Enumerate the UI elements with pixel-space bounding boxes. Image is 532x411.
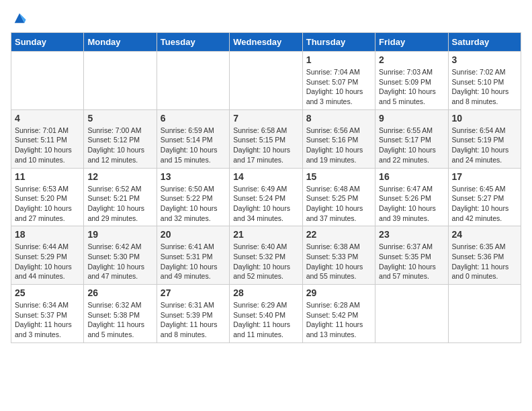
day-info: Sunrise: 6:37 AMSunset: 5:35 PMDaylight:… bbox=[379, 242, 444, 281]
calendar-cell: 28Sunrise: 6:29 AMSunset: 5:40 PMDayligh… bbox=[230, 285, 302, 343]
col-wednesday: Wednesday bbox=[230, 33, 302, 52]
day-number: 27 bbox=[161, 287, 226, 298]
calendar-cell: 14Sunrise: 6:49 AMSunset: 5:24 PMDayligh… bbox=[230, 168, 302, 226]
day-number: 29 bbox=[306, 287, 371, 298]
day-number: 5 bbox=[87, 113, 152, 124]
calendar-cell: 5Sunrise: 7:00 AMSunset: 5:12 PMDaylight… bbox=[84, 109, 157, 168]
day-info: Sunrise: 6:52 AMSunset: 5:21 PMDaylight:… bbox=[87, 184, 152, 224]
calendar-cell: 4Sunrise: 7:01 AMSunset: 5:11 PMDaylight… bbox=[11, 109, 84, 168]
day-number: 2 bbox=[379, 54, 444, 65]
day-number: 14 bbox=[233, 171, 298, 182]
day-number: 28 bbox=[233, 287, 298, 298]
calendar-cell: 11Sunrise: 6:53 AMSunset: 5:20 PMDayligh… bbox=[11, 168, 84, 226]
day-number: 3 bbox=[452, 54, 517, 65]
day-number: 7 bbox=[233, 113, 298, 124]
day-info: Sunrise: 6:48 AMSunset: 5:25 PMDaylight:… bbox=[306, 184, 371, 224]
day-info: Sunrise: 6:54 AMSunset: 5:19 PMDaylight:… bbox=[452, 126, 517, 165]
calendar-cell bbox=[230, 52, 302, 110]
day-number: 17 bbox=[452, 171, 517, 182]
calendar-cell bbox=[448, 285, 521, 343]
col-monday: Monday bbox=[84, 33, 157, 52]
calendar-cell: 22Sunrise: 6:38 AMSunset: 5:33 PMDayligh… bbox=[302, 226, 375, 285]
day-info: Sunrise: 6:44 AMSunset: 5:29 PMDaylight:… bbox=[15, 242, 80, 281]
day-info: Sunrise: 6:42 AMSunset: 5:30 PMDaylight:… bbox=[87, 242, 152, 281]
calendar-cell: 2Sunrise: 7:03 AMSunset: 5:09 PMDaylight… bbox=[375, 52, 448, 110]
calendar-cell: 23Sunrise: 6:37 AMSunset: 5:35 PMDayligh… bbox=[375, 226, 448, 285]
calendar-cell: 6Sunrise: 6:59 AMSunset: 5:14 PMDaylight… bbox=[157, 109, 229, 168]
day-info: Sunrise: 6:32 AMSunset: 5:38 PMDaylight:… bbox=[87, 300, 152, 340]
calendar-cell: 3Sunrise: 7:02 AMSunset: 5:10 PMDaylight… bbox=[448, 52, 521, 110]
day-number: 25 bbox=[15, 287, 80, 298]
calendar-cell: 1Sunrise: 7:04 AMSunset: 5:07 PMDaylight… bbox=[302, 52, 375, 110]
day-info: Sunrise: 6:55 AMSunset: 5:17 PMDaylight:… bbox=[379, 126, 444, 165]
calendar-cell: 25Sunrise: 6:34 AMSunset: 5:37 PMDayligh… bbox=[11, 285, 84, 343]
day-number: 22 bbox=[306, 229, 371, 240]
day-number: 4 bbox=[15, 113, 80, 124]
day-info: Sunrise: 6:28 AMSunset: 5:42 PMDaylight:… bbox=[306, 300, 371, 340]
col-tuesday: Tuesday bbox=[157, 33, 229, 52]
day-info: Sunrise: 6:58 AMSunset: 5:15 PMDaylight:… bbox=[233, 126, 298, 165]
day-number: 20 bbox=[161, 229, 226, 240]
calendar-cell: 21Sunrise: 6:40 AMSunset: 5:32 PMDayligh… bbox=[230, 226, 302, 285]
calendar-header-row: Sunday Monday Tuesday Wednesday Thursday… bbox=[11, 33, 521, 52]
day-info: Sunrise: 6:56 AMSunset: 5:16 PMDaylight:… bbox=[306, 126, 371, 165]
day-info: Sunrise: 6:34 AMSunset: 5:37 PMDaylight:… bbox=[15, 300, 80, 340]
calendar-cell bbox=[375, 285, 448, 343]
calendar-cell: 17Sunrise: 6:45 AMSunset: 5:27 PMDayligh… bbox=[448, 168, 521, 226]
day-number: 19 bbox=[87, 229, 152, 240]
calendar-cell bbox=[84, 52, 157, 110]
day-info: Sunrise: 6:41 AMSunset: 5:31 PMDaylight:… bbox=[161, 242, 226, 281]
calendar-body: 1Sunrise: 7:04 AMSunset: 5:07 PMDaylight… bbox=[11, 52, 521, 343]
calendar-cell: 27Sunrise: 6:31 AMSunset: 5:39 PMDayligh… bbox=[157, 285, 229, 343]
day-info: Sunrise: 7:01 AMSunset: 5:11 PMDaylight:… bbox=[15, 126, 80, 165]
calendar-cell: 16Sunrise: 6:47 AMSunset: 5:26 PMDayligh… bbox=[375, 168, 448, 226]
day-info: Sunrise: 7:03 AMSunset: 5:09 PMDaylight:… bbox=[379, 67, 444, 107]
calendar-cell: 15Sunrise: 6:48 AMSunset: 5:25 PMDayligh… bbox=[302, 168, 375, 226]
calendar-cell: 26Sunrise: 6:32 AMSunset: 5:38 PMDayligh… bbox=[84, 285, 157, 343]
calendar-cell: 10Sunrise: 6:54 AMSunset: 5:19 PMDayligh… bbox=[448, 109, 521, 168]
col-thursday: Thursday bbox=[302, 33, 375, 52]
day-info: Sunrise: 6:47 AMSunset: 5:26 PMDaylight:… bbox=[379, 184, 444, 224]
day-number: 10 bbox=[452, 113, 517, 124]
day-info: Sunrise: 7:00 AMSunset: 5:12 PMDaylight:… bbox=[87, 126, 152, 165]
logo bbox=[11, 11, 27, 26]
calendar-cell: 18Sunrise: 6:44 AMSunset: 5:29 PMDayligh… bbox=[11, 226, 84, 285]
day-number: 11 bbox=[15, 171, 80, 182]
calendar-cell: 12Sunrise: 6:52 AMSunset: 5:21 PMDayligh… bbox=[84, 168, 157, 226]
day-info: Sunrise: 6:40 AMSunset: 5:32 PMDaylight:… bbox=[233, 242, 298, 281]
calendar-cell: 24Sunrise: 6:35 AMSunset: 5:36 PMDayligh… bbox=[448, 226, 521, 285]
page-header bbox=[11, 11, 521, 26]
day-number: 13 bbox=[161, 171, 226, 182]
day-number: 26 bbox=[87, 287, 152, 298]
day-number: 6 bbox=[161, 113, 226, 124]
day-number: 23 bbox=[379, 229, 444, 240]
calendar-week-2: 4Sunrise: 7:01 AMSunset: 5:11 PMDaylight… bbox=[11, 109, 521, 168]
day-number: 15 bbox=[306, 171, 371, 182]
day-number: 16 bbox=[379, 171, 444, 182]
day-info: Sunrise: 6:31 AMSunset: 5:39 PMDaylight:… bbox=[161, 300, 226, 340]
logo-icon bbox=[12, 11, 27, 26]
day-info: Sunrise: 6:35 AMSunset: 5:36 PMDaylight:… bbox=[452, 242, 517, 281]
day-number: 12 bbox=[87, 171, 152, 182]
calendar-cell: 8Sunrise: 6:56 AMSunset: 5:16 PMDaylight… bbox=[302, 109, 375, 168]
col-sunday: Sunday bbox=[11, 33, 84, 52]
calendar-cell: 19Sunrise: 6:42 AMSunset: 5:30 PMDayligh… bbox=[84, 226, 157, 285]
day-info: Sunrise: 6:49 AMSunset: 5:24 PMDaylight:… bbox=[233, 184, 298, 224]
day-info: Sunrise: 7:02 AMSunset: 5:10 PMDaylight:… bbox=[452, 67, 517, 107]
calendar-cell bbox=[11, 52, 84, 110]
calendar-cell: 29Sunrise: 6:28 AMSunset: 5:42 PMDayligh… bbox=[302, 285, 375, 343]
calendar-cell: 7Sunrise: 6:58 AMSunset: 5:15 PMDaylight… bbox=[230, 109, 302, 168]
calendar-cell: 13Sunrise: 6:50 AMSunset: 5:22 PMDayligh… bbox=[157, 168, 229, 226]
day-number: 1 bbox=[306, 54, 371, 65]
calendar-week-4: 18Sunrise: 6:44 AMSunset: 5:29 PMDayligh… bbox=[11, 226, 521, 285]
calendar-week-3: 11Sunrise: 6:53 AMSunset: 5:20 PMDayligh… bbox=[11, 168, 521, 226]
day-info: Sunrise: 6:53 AMSunset: 5:20 PMDaylight:… bbox=[15, 184, 80, 224]
day-info: Sunrise: 7:04 AMSunset: 5:07 PMDaylight:… bbox=[306, 67, 371, 107]
calendar-week-1: 1Sunrise: 7:04 AMSunset: 5:07 PMDaylight… bbox=[11, 52, 521, 110]
calendar-cell: 9Sunrise: 6:55 AMSunset: 5:17 PMDaylight… bbox=[375, 109, 448, 168]
calendar-cell: 20Sunrise: 6:41 AMSunset: 5:31 PMDayligh… bbox=[157, 226, 229, 285]
day-info: Sunrise: 6:45 AMSunset: 5:27 PMDaylight:… bbox=[452, 184, 517, 224]
day-info: Sunrise: 6:50 AMSunset: 5:22 PMDaylight:… bbox=[161, 184, 226, 224]
col-saturday: Saturday bbox=[448, 33, 521, 52]
calendar-week-5: 25Sunrise: 6:34 AMSunset: 5:37 PMDayligh… bbox=[11, 285, 521, 343]
